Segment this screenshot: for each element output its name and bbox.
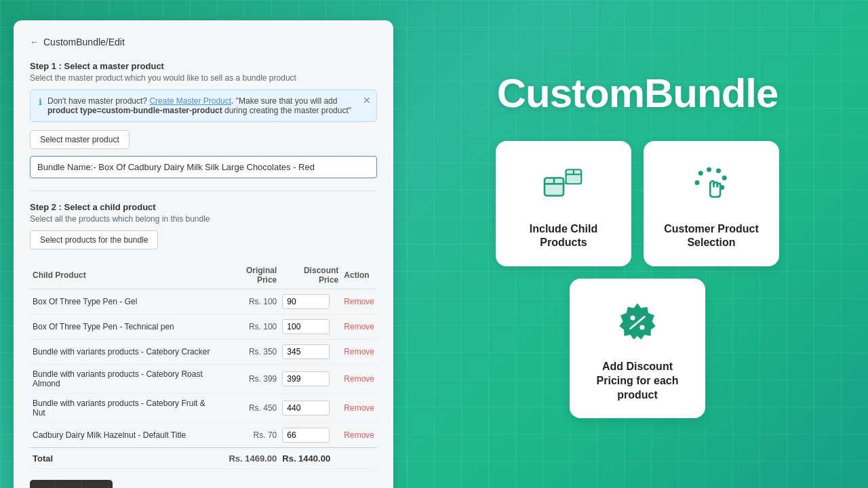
- info-banner: ℹ Don't have master product? Create Mast…: [30, 89, 377, 122]
- step1-section: Step 1 : Select a master product Select …: [30, 61, 377, 178]
- feature-label-include-child: Include Child Products: [509, 222, 618, 251]
- step1-desc: Select the master product which you woul…: [30, 73, 377, 83]
- product-name-cell: Box Of Three Type Pen - Technical pen: [30, 314, 223, 340]
- svg-point-7: [722, 176, 727, 180]
- original-price-cell: Rs. 70: [223, 423, 280, 448]
- step2-section: Step 2 : Select a child product Select a…: [30, 202, 377, 249]
- customer-selection-icon: [688, 161, 735, 211]
- table-row: Box Of Three Type Pen - GelRs. 100Remove: [30, 289, 377, 314]
- action-cell: Remove: [341, 314, 377, 340]
- select-products-button[interactable]: Select products for the bundle: [30, 230, 158, 249]
- product-name-cell: Bundle with variants products - Catebory…: [30, 365, 223, 394]
- product-name-cell: Bundle with variants products - Catebory…: [30, 340, 223, 365]
- action-cell: Remove: [341, 289, 377, 314]
- discount-price-cell: [279, 365, 341, 394]
- table-row: Cadbury Dairy Milk Hazelnut - Default Ti…: [30, 423, 377, 448]
- action-cell: Remove: [341, 423, 377, 448]
- discount-price-cell: [279, 314, 341, 340]
- right-panel: CustomBundle Inc: [407, 0, 868, 488]
- table-row: Bundle with variants products - Catebory…: [30, 365, 377, 394]
- bundle-name-input[interactable]: [30, 156, 377, 178]
- discount-price-cell: [279, 394, 341, 423]
- remove-product-button[interactable]: Remove: [344, 403, 374, 413]
- original-price-cell: Rs. 350: [223, 340, 280, 365]
- feature-label-customer-selection: Customer Product Selection: [657, 222, 766, 251]
- discount-input[interactable]: [282, 401, 330, 415]
- action-cell: Remove: [341, 340, 377, 365]
- features-grid: Include Child Products: [461, 141, 814, 419]
- include-child-icon: [540, 161, 587, 211]
- product-name-cell: Cadbury Dairy Milk Hazelnut - Default Ti…: [30, 423, 223, 448]
- col-header-product: Child Product: [30, 262, 223, 289]
- svg-point-11: [640, 325, 645, 330]
- info-icon: ℹ: [39, 97, 42, 107]
- remove-product-button[interactable]: Remove: [344, 347, 374, 357]
- divider: [30, 190, 377, 191]
- step1-title: Step 1 : Select a master product: [30, 61, 377, 71]
- table-row: Bundle with variants products - Catebory…: [30, 340, 377, 365]
- feature-card-include-child: Include Child Products: [496, 141, 631, 267]
- table-row: Bundle with variants products - Catebory…: [30, 394, 377, 423]
- left-panel: ← CustomBundle/Edit Step 1 : Select a ma…: [0, 0, 407, 488]
- breadcrumb: ← CustomBundle/Edit: [30, 37, 377, 47]
- discount-input[interactable]: [282, 319, 330, 334]
- svg-point-4: [698, 171, 703, 176]
- discount-pricing-icon: [614, 299, 661, 349]
- feature-card-discount-pricing: Add Discount Pricing for each product: [570, 279, 705, 418]
- action-cell: Remove: [341, 365, 377, 394]
- feature-card-customer-selection: Customer Product Selection: [644, 141, 779, 267]
- discount-price-cell: [279, 289, 341, 314]
- svg-point-9: [695, 180, 700, 185]
- edit-card: ← CustomBundle/Edit Step 1 : Select a ma…: [14, 20, 393, 488]
- total-row: TotalRs. 1469.00Rs. 1440.00: [30, 448, 377, 469]
- total-original-price: Rs. 1469.00: [223, 448, 280, 469]
- back-arrow-icon: ←: [30, 37, 39, 47]
- svg-point-10: [631, 316, 635, 321]
- original-price-cell: Rs. 450: [223, 394, 280, 423]
- discount-price-cell: [279, 423, 341, 448]
- close-banner-button[interactable]: ✕: [363, 96, 371, 105]
- info-text: Don't have master product? Create Master…: [47, 96, 368, 115]
- original-price-cell: Rs. 100: [223, 289, 280, 314]
- products-table-container: Child Product Original Price Discount Pr…: [30, 262, 377, 469]
- remove-product-button[interactable]: Remove: [344, 297, 374, 306]
- svg-point-6: [716, 168, 721, 173]
- step2-title: Step 2 : Select a child product: [30, 202, 377, 212]
- discount-price-cell: [279, 340, 341, 365]
- discount-input[interactable]: [282, 294, 330, 309]
- total-discount-price: Rs. 1440.00: [279, 448, 341, 469]
- product-name-cell: Box Of Three Type Pen - Gel: [30, 289, 223, 314]
- step2-desc: Select all the products which belong in …: [30, 214, 377, 224]
- total-action-cell: [341, 448, 377, 469]
- table-row: Box Of Three Type Pen - Technical penRs.…: [30, 314, 377, 340]
- products-table: Child Product Original Price Discount Pr…: [30, 262, 377, 469]
- action-cell: Remove: [341, 394, 377, 423]
- select-master-product-button[interactable]: Select master product: [30, 130, 130, 149]
- product-name-cell: Bundle with variants products - Catebory…: [30, 394, 223, 423]
- discount-input[interactable]: [282, 428, 330, 443]
- original-price-cell: Rs. 399: [223, 365, 280, 394]
- discount-input[interactable]: [282, 371, 330, 386]
- brand-title: CustomBundle: [497, 70, 778, 117]
- original-price-cell: Rs. 100: [223, 314, 280, 340]
- remove-product-button[interactable]: Remove: [344, 430, 374, 440]
- total-label: Total: [30, 448, 223, 469]
- update-bundle-button[interactable]: Update Bundle: [30, 480, 113, 488]
- create-master-link[interactable]: Create Master Product: [149, 96, 231, 106]
- remove-product-button[interactable]: Remove: [344, 322, 374, 331]
- col-header-original: Original Price: [223, 262, 280, 289]
- col-header-discount: Discount Price: [279, 262, 341, 289]
- breadcrumb-title: CustomBundle/Edit: [43, 37, 125, 47]
- feature-label-discount-pricing: Add Discount Pricing for each product: [583, 360, 692, 402]
- remove-product-button[interactable]: Remove: [344, 374, 374, 384]
- discount-input[interactable]: [282, 344, 330, 359]
- col-header-action: Action: [341, 262, 377, 289]
- svg-point-5: [707, 167, 711, 171]
